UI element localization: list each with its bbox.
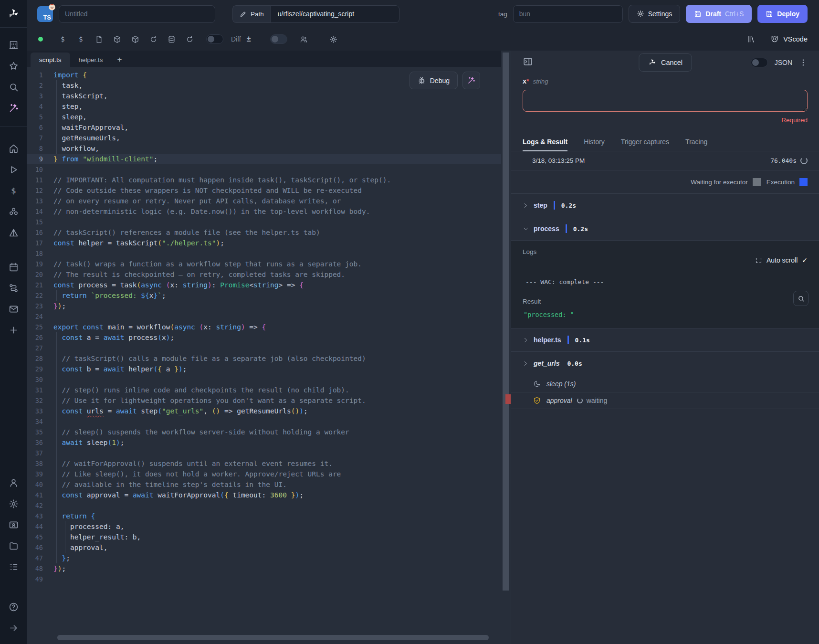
arg-x-input[interactable] xyxy=(523,90,808,112)
collapse-panel-icon[interactable] xyxy=(523,56,535,69)
sidebar-item-cubes[interactable] xyxy=(4,201,23,222)
cancel-button[interactable]: Cancel xyxy=(639,53,692,72)
sidebar-item-mail[interactable] xyxy=(4,298,23,319)
editor-settings-gear-icon[interactable] xyxy=(325,32,343,46)
rotate-icon[interactable] xyxy=(180,32,199,46)
code-line[interactable]: 41 const approval = await waitForApprova… xyxy=(27,490,501,500)
json-toggle[interactable] xyxy=(751,58,768,67)
code-line[interactable]: 27 xyxy=(27,343,501,353)
code-line[interactable]: 10 xyxy=(27,164,501,175)
tab-trigger-captures[interactable]: Trigger captures xyxy=(621,138,669,151)
code-line[interactable]: 21const process = task(async (x: string)… xyxy=(27,280,501,290)
sidebar-item-user[interactable] xyxy=(4,472,23,493)
sidebar-item-help[interactable] xyxy=(4,596,23,617)
sidebar-item-route[interactable] xyxy=(4,277,23,298)
plusminus-icon[interactable]: ± xyxy=(247,35,251,43)
code-line[interactable]: 24 xyxy=(27,311,501,322)
timeline-row-sleep[interactable]: sleep (1s) xyxy=(511,375,819,392)
code-line[interactable]: 13// on every resume or retry. Never put… xyxy=(27,196,501,206)
code-line[interactable]: 42 xyxy=(27,500,501,511)
code-line[interactable]: 28 // taskScript() calls a module file a… xyxy=(27,353,501,364)
kebab-menu-icon[interactable] xyxy=(799,58,808,67)
code-line[interactable]: 18 xyxy=(27,248,501,259)
code-line[interactable]: 40 // available in the timeline step's d… xyxy=(27,479,501,490)
path-value[interactable]: u/rfiszel/captivating_script xyxy=(271,5,399,23)
rotate-icon[interactable] xyxy=(144,32,162,46)
code-line[interactable]: 12// Code outside these wrappers is NOT … xyxy=(27,185,501,196)
timeline-row-step[interactable]: step 0.2s xyxy=(511,193,819,217)
dollar-icon[interactable]: $ xyxy=(72,32,90,46)
scrollbar-thumb[interactable] xyxy=(503,53,509,591)
sidebar-item-wand[interactable] xyxy=(4,97,23,118)
ai-wand-button[interactable] xyxy=(462,72,480,89)
code-line[interactable]: 3 taskScript, xyxy=(27,91,501,101)
script-name-input[interactable] xyxy=(59,5,215,23)
diff-toggle[interactable] xyxy=(206,34,223,44)
expand-icon[interactable] xyxy=(755,257,762,264)
sidebar-item-id-card[interactable] xyxy=(4,514,23,535)
code-line[interactable]: 38 // waitForApproval() suspends until a… xyxy=(27,458,501,469)
tag-input[interactable] xyxy=(513,5,623,23)
dollar-icon[interactable]: $ xyxy=(53,32,72,46)
tab-tracing[interactable]: Tracing xyxy=(685,138,707,151)
code-line[interactable]: 48}); xyxy=(27,563,501,574)
code-line[interactable]: 29 const b = await helper({ a }); xyxy=(27,364,501,374)
database-icon[interactable] xyxy=(162,32,180,46)
timeline-row-get-urls[interactable]: get_urls 0.0s xyxy=(511,351,819,375)
code-line[interactable]: 32 // Use it for lightweight operations … xyxy=(27,395,501,406)
edit-path-button[interactable]: Path xyxy=(232,5,271,23)
tab-script-ts[interactable]: script.ts xyxy=(31,53,70,67)
code-line[interactable]: 37 xyxy=(27,448,501,458)
tab-logs-result[interactable]: Logs & Result xyxy=(523,138,567,151)
code-line[interactable]: 19// task() wraps a function as a workfl… xyxy=(27,259,501,269)
code-line[interactable]: 30 xyxy=(27,374,501,385)
file-icon[interactable] xyxy=(90,32,108,46)
inspect-result-button[interactable] xyxy=(793,291,808,306)
code-line[interactable]: 7 getResumeUrls, xyxy=(27,133,501,143)
sidebar-item-plus[interactable] xyxy=(4,319,23,340)
library-icon[interactable] xyxy=(742,32,760,46)
code-line[interactable]: 36 await sleep(1); xyxy=(27,437,501,448)
sidebar-item-gear[interactable] xyxy=(4,493,23,514)
sidebar-item-building[interactable] xyxy=(4,34,23,55)
code-line[interactable]: 25export const main = workflow(async (x:… xyxy=(27,322,501,332)
auto-scroll-control[interactable]: Auto scroll ✓ xyxy=(523,256,808,264)
sidebar-item-calendar[interactable] xyxy=(4,256,23,277)
draft-button[interactable]: Draft Ctrl+S xyxy=(686,5,752,23)
code-line[interactable]: 45 helper_result: b, xyxy=(27,532,501,542)
windmill-logo[interactable] xyxy=(0,0,27,28)
code-line[interactable]: 23}); xyxy=(27,301,501,311)
tab-history[interactable]: History xyxy=(584,138,605,151)
vscode-button[interactable]: VScode xyxy=(770,35,808,43)
code-line[interactable]: 17const helper = taskScript("./helper.ts… xyxy=(27,238,501,248)
code-line[interactable]: 22 return `processed: ${x}`; xyxy=(27,290,501,301)
code-line[interactable]: 8 workflow, xyxy=(27,143,501,154)
tab-helper-ts[interactable]: helper.ts xyxy=(70,53,112,67)
code-line[interactable]: 44 processed: a, xyxy=(27,521,501,532)
debug-button[interactable]: Debug xyxy=(410,72,458,89)
sidebar-item-arrow-right[interactable] xyxy=(4,617,23,638)
code-line[interactable]: 4 step, xyxy=(27,101,501,112)
multiplayer-toggle[interactable] xyxy=(270,34,287,44)
settings-button[interactable]: Settings xyxy=(629,5,681,23)
code-line[interactable]: 33 const urls = await step("get_urls", (… xyxy=(27,406,501,416)
sidebar-item-star[interactable] xyxy=(4,55,23,76)
code-editor[interactable]: Debug 1import {2 task,3 taskScript,4 ste… xyxy=(27,67,501,644)
sidebar-item-search[interactable] xyxy=(4,76,23,97)
code-line[interactable]: 49 xyxy=(27,574,501,584)
sidebar-item-home[interactable] xyxy=(4,138,23,159)
add-tab-button[interactable]: + xyxy=(112,53,128,67)
code-line[interactable]: 11// IMPORTANT: All computation must hap… xyxy=(27,175,501,185)
code-line[interactable]: 26 const a = await process(x); xyxy=(27,332,501,343)
sidebar-item-folder[interactable] xyxy=(4,535,23,556)
timeline-row-approval[interactable]: approval waiting xyxy=(511,392,819,409)
code-line[interactable]: 46 approval, xyxy=(27,542,501,553)
code-line[interactable]: 9} from "windmill-client"; xyxy=(27,154,501,164)
horizontal-scrollbar[interactable] xyxy=(57,635,489,640)
users-icon[interactable] xyxy=(295,32,313,46)
timeline-row-process[interactable]: process 0.2s xyxy=(511,217,819,240)
sidebar-item-list[interactable] xyxy=(4,556,23,577)
sidebar-item-prism[interactable] xyxy=(4,222,23,243)
package-icon[interactable] xyxy=(108,32,126,46)
code-line[interactable]: 20// The result is checkpointed — on ret… xyxy=(27,269,501,280)
